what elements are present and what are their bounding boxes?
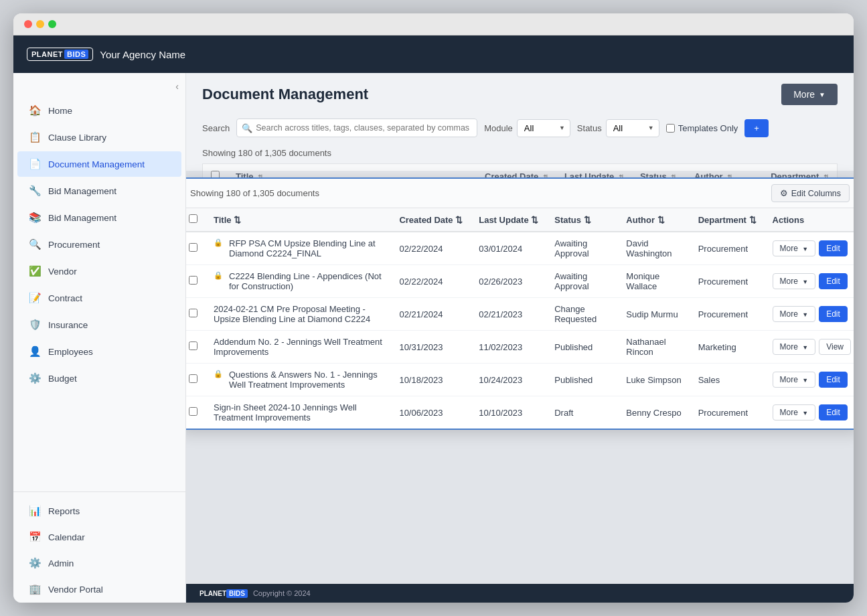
module-select-wrap: All [517,119,570,137]
sidebar-item-clause-library[interactable]: 📋 Clause Library [17,125,181,150]
popup-row-department: Procurement [690,298,765,331]
popup-row-checkbox[interactable] [189,243,198,252]
popup-select-all[interactable] [189,214,198,223]
popup-row-author: Nathanael Rincon [618,331,690,364]
more-action-button[interactable]: More ▼ [773,306,816,322]
edit-button[interactable]: Edit [819,404,848,420]
popup-overlay: Showing 180 of 1,305 documents ⚙ Edit Co… [186,171,854,584]
sidebar-item-reports[interactable]: 📊 Reports [17,498,181,524]
templates-only-label: Templates Only [678,123,738,133]
popup-row-department: Procurement [690,396,765,429]
more-action-button[interactable]: More ▼ [773,404,816,420]
popup-row-checkbox[interactable] [189,374,198,383]
edit-button[interactable]: Edit [819,273,848,289]
more-button[interactable]: More [781,84,838,105]
popup-row-actions: More ▼ Edit [765,265,854,298]
popup-row-title: Sign-in Sheet 2024-10 Jennings Well Trea… [206,396,391,429]
search-icon: 🔍 [242,123,252,133]
edit-button[interactable]: Edit [819,306,848,322]
templates-only-checkbox[interactable] [666,124,675,133]
popup-row-status: Published [546,364,618,396]
sidebar-label-reports: Reports [48,506,80,516]
sidebar-item-admin[interactable]: ⚙️ Admin [17,550,181,576]
popup-row-department: Procurement [690,232,765,265]
more-action-button[interactable]: More ▼ [773,240,816,256]
sidebar-item-bid-management-2[interactable]: 📚 Bid Management [17,205,181,230]
sidebar-item-vendor-portal[interactable]: 🏢 Vendor Portal [17,576,181,602]
close-button[interactable] [24,20,32,28]
logo-badge: PLANETBIDS [27,48,93,61]
popup-header-row: Title ⇅ Created Date ⇅ Last Update ⇅ Sta… [186,208,854,232]
sidebar-item-calendar[interactable]: 📅 Calendar [17,524,181,550]
popup-row-updated: 03/01/2024 [471,232,546,265]
module-filter-group: Module All [484,119,570,137]
popup-row-checkbox[interactable] [189,276,198,285]
more-action-button[interactable]: More ▼ [773,372,816,388]
popup-row-checkbox[interactable] [189,407,198,416]
popup-row-author: Benny Crespo [618,396,690,429]
popup-row-created: 10/06/2023 [391,396,471,429]
popup-row-title: 🔒RFP PSA CM Upsize Blending Line at Diam… [206,232,391,265]
popup-row-title: 🔒C2224 Blending Line - Appendices (Not f… [206,265,391,298]
sidebar-item-budget[interactable]: ⚙️ Budget [17,366,181,391]
sidebar-label-home: Home [48,106,72,116]
more-action-button[interactable]: More ▼ [773,273,816,289]
popup-row-author: Monique Wallace [618,265,690,298]
sidebar-label-bid-management-2: Bid Management [48,213,116,223]
popup-row-checkbox[interactable] [189,309,198,317]
status-filter-group: Status All [577,119,659,137]
module-label: Module [484,123,513,133]
sidebar-label-bid-management: Bid Management [48,186,116,196]
vendor-icon: ✅ [28,265,42,277]
popup-col-actions: Actions [765,208,854,232]
sidebar-item-bid-management[interactable]: 🔧 Bid Management [17,178,181,204]
popup-row-created: 10/31/2023 [391,331,471,364]
sidebar-item-document-management[interactable]: 📄 Document Management [17,151,181,177]
status-select[interactable]: All [606,119,659,137]
calendar-icon: 📅 [28,531,42,543]
popup-table-row: Sign-in Sheet 2024-10 Jennings Well Trea… [186,396,854,429]
sidebar-item-home[interactable]: 🏠 Home [17,98,181,123]
popup-row-department: Sales [690,364,765,396]
sidebar-item-employees[interactable]: 👤 Employees [17,339,181,364]
module-select[interactable]: All [517,119,570,137]
popup-col-author[interactable]: Author ⇅ [618,208,690,232]
popup-col-updated[interactable]: Last Update ⇅ [471,208,546,232]
sidebar-label-calendar: Calendar [48,532,85,542]
sidebar-label-insurance: Insurance [48,320,88,330]
logo-area: PLANETBIDS Your Agency Name [27,48,185,61]
edit-button[interactable]: Edit [819,372,848,388]
sidebar-item-contract[interactable]: 📝 Contract [17,285,181,311]
popup-col-status[interactable]: Status ⇅ [546,208,618,232]
popup-table-row: 🔒C2224 Blending Line - Appendices (Not f… [186,265,854,298]
popup-row-author: Sudip Murmu [618,298,690,331]
footer-logo: PLANETBIDS [200,590,248,597]
sidebar-label-contract: Contract [48,293,82,303]
popup-col-created[interactable]: Created Date ⇅ [391,208,471,232]
popup-row-actions: More ▼ View [765,331,854,364]
sidebar-item-insurance[interactable]: 🛡️ Insurance [17,312,181,337]
sidebar-item-procurement[interactable]: 🔍 Procurement [17,232,181,257]
budget-icon: ⚙️ [28,372,42,384]
maximize-button[interactable] [48,20,56,28]
popup-col-title[interactable]: Title ⇅ [206,208,391,232]
collapse-icon[interactable]: ‹ [175,81,179,92]
search-input[interactable] [236,119,477,137]
popup-row-title: Addendum No. 2 - Jennings Well Treatment… [206,331,391,364]
minimize-button[interactable] [36,20,44,28]
sidebar-item-vendor[interactable]: ✅ Vendor [17,258,181,284]
popup-row-actions: More ▼ Edit [765,364,854,396]
add-button[interactable]: + [744,119,769,137]
main-header: Document Management More [186,73,854,113]
more-action-button[interactable]: More ▼ [773,339,816,355]
popup-col-department[interactable]: Department ⇅ [690,208,765,232]
edit-button[interactable]: Edit [819,240,848,256]
view-button[interactable]: View [819,339,851,355]
popup-row-author: David Washington [618,232,690,265]
edit-columns-button[interactable]: ⚙ Edit Columns [771,184,850,202]
popup-row-checkbox[interactable] [189,341,198,350]
popup-table-row: 🔒Questions & Answers No. 1 - Jennings We… [186,364,854,396]
sidebar-toggle[interactable]: ‹ [13,78,185,97]
sidebar-label-admin: Admin [48,558,74,568]
showing-text: Showing 180 of 1,305 documents [202,144,838,163]
